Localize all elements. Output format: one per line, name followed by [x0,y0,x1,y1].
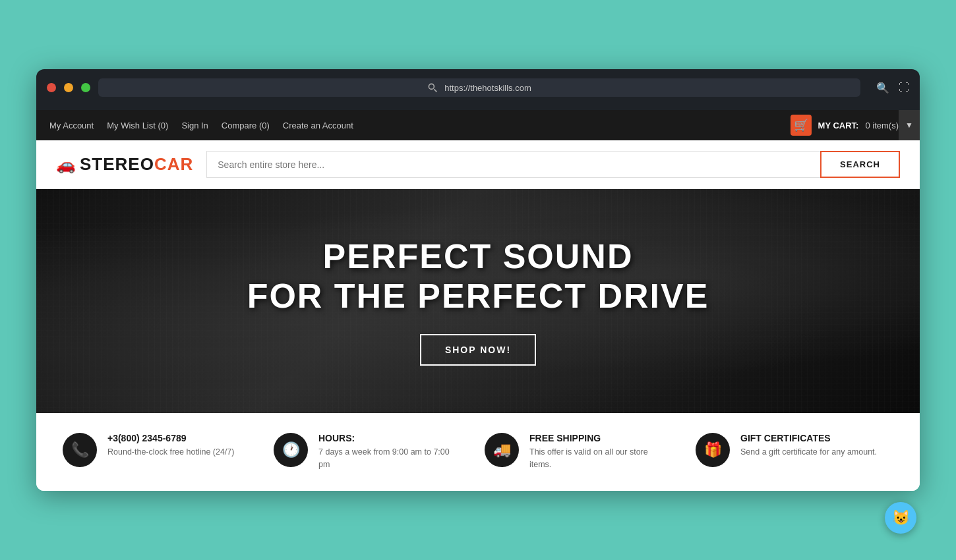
feature-item-gift: 🎁 GIFT CERTIFICATES Send a gift certific… [682,433,893,467]
feature-text-hours: HOURS: 7 days a week from 9:00 am to 7:0… [318,433,458,471]
search-input[interactable] [206,151,820,178]
browser-chrome: https://thehotskills.com 🔍 ⛶ [36,69,920,110]
cart-icon: 🛒 [794,118,808,132]
hours-desc: 7 days a week from 9:00 am to 7:00 pm [318,446,458,471]
hours-icon-circle: 🕐 [274,433,308,467]
top-nav-links: My Account My Wish List (0) Sign In Comp… [49,121,353,130]
logo-text: STEREOCAR [80,154,193,175]
hours-title: HOURS: [318,433,458,443]
gift-icon: 🎁 [704,441,722,459]
truck-icon: 🚚 [493,441,511,459]
browser-controls: https://thehotskills.com 🔍 ⛶ [47,78,909,97]
search-button[interactable]: SEARCH [820,151,900,178]
phone-title: +3(800) 2345-6789 [107,433,234,443]
cart-count: 0 item(s) [865,121,899,130]
phone-desc: Round-the-clock free hotline (24/7) [107,446,234,459]
feature-item-shipping: 🚚 FREE SHIPPING This offer is valid on a… [471,433,682,471]
feature-item-hours: 🕐 HOURS: 7 days a week from 9:00 am to 7… [260,433,471,471]
shipping-icon-circle: 🚚 [485,433,519,467]
cart-area[interactable]: 🛒 MY CART: 0 item(s) [791,115,899,136]
logo-car-icon: 🚗 [56,155,76,174]
site-content: My Account My Wish List (0) Sign In Comp… [36,110,920,491]
feature-text-shipping: FREE SHIPPING This offer is valid on all… [529,433,669,471]
wishlist-link[interactable]: My Wish List (0) [107,121,168,130]
gift-icon-circle: 🎁 [696,433,730,467]
cart-and-dropdown: 🛒 MY CART: 0 item(s) ▼ [791,110,907,140]
features-bar: 📞 +3(800) 2345-6789 Round-the-clock free… [36,413,920,491]
shop-now-button[interactable]: SHOP NOW! [420,334,536,366]
logo-stereo: STEREO [80,154,154,174]
hero-title-line1: PERFECT SOUND [247,237,709,276]
feature-text-phone: +3(800) 2345-6789 Round-the-clock free h… [107,433,234,459]
cart-dropdown-arrow[interactable]: ▼ [899,110,920,140]
create-account-link[interactable]: Create an Account [283,121,353,130]
minimize-dot[interactable] [64,83,73,92]
browser-tab-bar [47,105,909,110]
my-account-link[interactable]: My Account [49,121,94,130]
maximize-dot[interactable] [81,83,90,92]
svg-point-0 [429,84,434,90]
chat-icon: 😺 [892,509,910,526]
chat-button[interactable]: 😺 [885,502,916,534]
site-header: 🚗 STEREOCAR SEARCH [36,140,920,189]
browser-action-buttons: 🔍 ⛶ [876,82,909,94]
hero-banner: PERFECT SOUND FOR THE PERFECT DRIVE SHOP… [36,189,920,413]
browser-search-btn[interactable]: 🔍 [876,82,889,94]
cart-label: MY CART: [818,121,859,130]
hero-content: PERFECT SOUND FOR THE PERFECT DRIVE SHOP… [247,237,709,366]
search-icon [427,82,438,93]
compare-link[interactable]: Compare (0) [222,121,270,130]
clock-icon: 🕐 [282,441,300,459]
browser-expand-btn[interactable]: ⛶ [899,82,909,94]
close-dot[interactable] [47,83,56,92]
top-nav-bar: My Account My Wish List (0) Sign In Comp… [36,110,920,140]
feature-item-phone: 📞 +3(800) 2345-6789 Round-the-clock free… [63,433,260,467]
shipping-title: FREE SHIPPING [529,433,669,443]
cart-icon-wrap: 🛒 [791,115,812,136]
sign-in-link[interactable]: Sign In [181,121,208,130]
gift-desc: Send a gift certificate for any amount. [740,446,877,459]
browser-window: https://thehotskills.com 🔍 ⛶ My Account … [36,69,920,491]
logo-car-text: CAR [154,154,193,174]
search-area: SEARCH [206,151,900,178]
phone-icon-circle: 📞 [63,433,97,467]
gift-title: GIFT CERTIFICATES [740,433,877,443]
url-text: https://thehotskills.com [444,83,531,93]
shipping-desc: This offer is valid on all our store ite… [529,446,669,471]
hero-title-line2: FOR THE PERFECT DRIVE [247,276,709,316]
svg-line-1 [434,90,437,92]
logo-area[interactable]: 🚗 STEREOCAR [56,154,193,175]
phone-icon: 📞 [71,441,89,459]
feature-text-gift: GIFT CERTIFICATES Send a gift certificat… [740,433,877,459]
address-bar[interactable]: https://thehotskills.com [98,78,860,97]
